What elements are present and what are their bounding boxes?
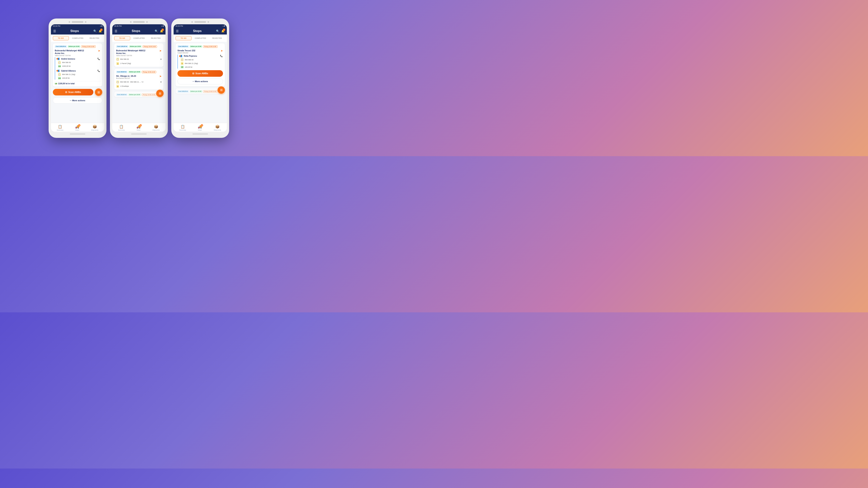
awb-short-2a: 894 586 00 — [120, 58, 129, 60]
battery-icon-2: ▮ — [163, 25, 163, 27]
tab-to-go-2[interactable]: TO GO — [114, 36, 130, 40]
phone-3-bell-wrapper[interactable]: 🔔 1 — [221, 29, 224, 33]
bottom-nav-shipments-2[interactable]: 📦 Shipments — [152, 125, 160, 131]
bottom-nav-stops-3[interactable]: 🚚 10 Stops — [198, 125, 202, 131]
phone-icon-1[interactable]: 📞 — [97, 57, 100, 60]
tab-completed-2[interactable]: COMPLETED — [131, 36, 147, 40]
badge-deliver-3b: Deliver pre 10:00 — [190, 90, 202, 93]
bottom-nav-summary-2[interactable]: 📋 Summary — [118, 125, 125, 131]
bottom-nav-summary-3[interactable]: 📋 Summary — [179, 125, 186, 131]
shipments-icon-1: 📦 — [93, 125, 97, 129]
scan-icon-1: ⊟ — [65, 91, 67, 94]
badge-cost-3: Cost 100,00 lei — [178, 45, 189, 48]
phone-1-menu-icon[interactable]: ☰ — [53, 29, 56, 33]
badge-pickup-3b: Pickup 10:00-14:00 — [203, 90, 218, 93]
parcel-row-2b: 🗳 1 Envelope — [116, 85, 162, 88]
stop-address-block-1: Bulevardul Metalurgei 468/12Acme Inc. Va… — [55, 49, 84, 57]
shipments-label-1: Shipments — [91, 129, 98, 131]
tab-rejected-2[interactable]: REJECTED — [148, 36, 163, 40]
badge-cost-2c: Cost 100,00 lei — [116, 94, 127, 96]
stops-badge-3: 10 — [201, 124, 203, 127]
tab-completed-3[interactable]: COMPLETED — [193, 36, 208, 40]
amount-row-2: 💵 100,00 lei — [57, 76, 100, 79]
phone-icon-2[interactable]: 📞 — [97, 69, 100, 72]
tab-to-go-3[interactable]: TO GO — [176, 36, 191, 40]
navigate-icon-3[interactable]: ➤ — [221, 49, 223, 52]
scan-awb-btn-1[interactable]: ⊟ Scan AWBs — [53, 89, 93, 95]
badge-pickup-1: Pickup 10:00-14:00 — [81, 45, 96, 48]
person-left-3: 👤 Relia Popescu — [180, 55, 197, 58]
phone-1-screen: 09:30 PM ⋅ ▴ ▮ ☰ Stops 🔍 🔔 1 — [51, 24, 104, 132]
collapse-icon-2b[interactable]: ▾ — [160, 80, 162, 84]
bottom-nav-summary-1[interactable]: 📋 Summary — [57, 125, 63, 131]
timeline-line-1 — [55, 57, 55, 79]
tab-completed-1[interactable]: COMPLETED — [70, 36, 86, 40]
expand-row-2a: 📋 894 586 00 ▾ — [116, 57, 162, 61]
amount-row-1: 💵 1000,00 lei — [57, 65, 100, 68]
stop-city-2b: Bucharest 062197 — [116, 77, 136, 79]
phone-3-dot-left — [191, 21, 193, 23]
navigate-icon-2b[interactable]: ➤ — [159, 75, 162, 78]
phone-3-home-bar — [192, 134, 208, 134]
stops-label-1: Stops — [75, 129, 79, 131]
phone-2-dot-right — [146, 21, 148, 23]
more-actions-btn-1[interactable]: ··· More actions — [53, 97, 102, 103]
phone-1-content: Cost 1100,00 lei Deliver pre 10:00 Picku… — [51, 42, 104, 123]
amount-row-3: 💵 100,00 lei — [180, 66, 223, 69]
bottom-nav-shipments-1[interactable]: 📦 Shipments — [91, 125, 98, 131]
person-3-wrapper: 👤 Relia Popescu 📞 📋 894 586 00 — [180, 55, 223, 69]
bottom-nav-shipments-3[interactable]: 📦 Shipments — [214, 125, 221, 131]
shipments-label-2: Shipments — [152, 129, 160, 131]
phone-2: 09:30 PM ⋅ ▴ ▮ ☰ Stops 🔍 🔔 1 — [110, 19, 168, 138]
tab-rejected-1[interactable]: REJECTED — [87, 36, 102, 40]
phone-3-content: Cost 100,00 lei Deliver pre 10:00 Pickup… — [174, 42, 227, 123]
expand-row-2b: 📋 894 586 00 · 894 586 21 ... +2 ▾ — [116, 80, 162, 84]
scan-awb-btn-3[interactable]: ⊟ Scan AWBs — [178, 70, 223, 77]
person-row-3: 👤 Relia Popescu 📞 — [180, 55, 223, 58]
stop-card-1: Cost 1100,00 lei Deliver pre 10:00 Picku… — [53, 43, 102, 87]
tab-rejected-3[interactable]: REJECTED — [209, 36, 225, 40]
phone-2-bell-wrapper[interactable]: 🔔 1 — [160, 29, 163, 33]
phone-1-nav-title: Stops — [70, 29, 79, 33]
more-actions-btn-3[interactable]: ··· More actions — [178, 78, 223, 85]
phone-1-search-icon[interactable]: 🔍 — [93, 30, 97, 33]
shipments-label-3: Shipments — [214, 129, 221, 131]
summary-icon-3: 📋 — [181, 125, 185, 129]
stop-city-2a: Vatra Dornei 725700 — [116, 55, 146, 57]
phone-3-status-icons: ⋅ ▴ ▮ — [222, 25, 225, 27]
phone-icon-3[interactable]: 📞 — [220, 55, 223, 58]
phone-2-bottom-nav: 📋 Summary 🚚 10 Stops 📦 Shipments — [112, 123, 165, 132]
bottom-nav-stops-1[interactable]: 🚚 10 Stops — [75, 125, 79, 131]
person-section-3: 👤 Relia Popescu 📞 📋 894 586 00 — [180, 55, 223, 69]
badge-pickup-2c: Pickup 10:00-14:00 — [142, 94, 156, 96]
phone-3-speaker — [194, 21, 206, 23]
phone-2-search-icon[interactable]: 🔍 — [155, 30, 158, 33]
person-2-wrapper: 👤 Gabriel Albescu 📞 📋 894 586 21 (1kg) — [57, 69, 100, 79]
scan-row-1: ⊟ Scan AWBs ⊞ — [53, 89, 102, 96]
bottom-nav-stops-2[interactable]: 🚚 10 Stops — [136, 125, 141, 131]
badge-deliver-2b: Deliver pre 10:00 — [128, 71, 141, 73]
phone-3-search-icon[interactable]: 🔍 — [216, 30, 219, 33]
scan-fab-1[interactable]: ⊞ — [95, 89, 102, 96]
phone-1-bell-badge: 1 — [100, 29, 103, 31]
badges-row-1: Cost 1100,00 lei Deliver pre 10:00 Picku… — [55, 45, 100, 48]
tab-to-go-1[interactable]: TO GO — [53, 36, 69, 40]
awb2-text-3: 894 586 21 (1kg) — [185, 62, 198, 64]
collapse-icon-2a[interactable]: ▾ — [160, 58, 162, 61]
badge-pickup-2b: Pickup 10:00-14:00 — [142, 71, 156, 73]
phone-3-menu-icon[interactable]: ☰ — [176, 29, 179, 33]
scan-fab-3[interactable]: ⊞ — [218, 86, 225, 94]
phone-1-home-bar — [70, 134, 85, 134]
parcel-text-2b: 1 Envelope — [120, 85, 129, 87]
wifi-icon: ▴ — [100, 25, 101, 27]
phone-2-bell-badge: 1 — [161, 29, 164, 31]
navigate-icon-1[interactable]: ➤ — [98, 49, 100, 52]
phone-2-menu-icon[interactable]: ☰ — [115, 29, 117, 33]
phone-1-bell-wrapper[interactable]: 🔔 1 — [99, 29, 102, 33]
amount-text-3: 100,00 lei — [185, 66, 192, 68]
phone-1-bottom-nav: 📋 Summary 🚚 10 Stops 📦 Shipments — [51, 123, 104, 132]
phone-3-bell-badge: 1 — [223, 29, 225, 31]
badges-row-3b: Cost 100,00 lei Deliver pre 10:00 Pickup… — [178, 90, 223, 93]
navigate-icon-2a[interactable]: ➤ — [159, 49, 162, 52]
badges-row-3: Cost 100,00 lei Deliver pre 10:00 Pickup… — [178, 45, 223, 48]
